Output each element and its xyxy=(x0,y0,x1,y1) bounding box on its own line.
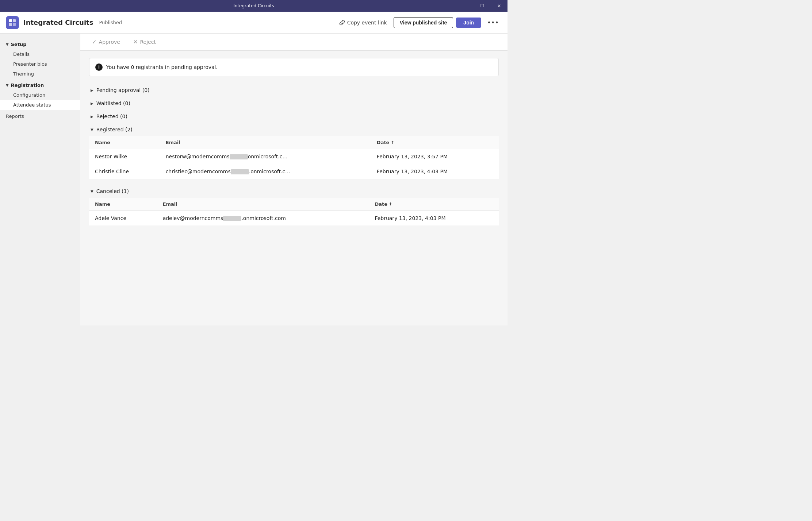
maximize-button[interactable]: ☐ xyxy=(474,0,491,12)
email-blur-2 xyxy=(231,169,249,174)
canceled-section: ▼ Canceled (1) Name Email Date ↑ xyxy=(89,185,499,225)
rejected-chevron-icon: ▶ xyxy=(91,115,93,119)
canceled-table-header-row: Name Email Date ↑ xyxy=(89,198,499,211)
sidebar-item-reports[interactable]: Reports xyxy=(0,111,80,121)
registered-label: Registered (2) xyxy=(96,127,133,132)
rejected-section-header[interactable]: ▶ Rejected (0) xyxy=(89,110,499,123)
link-icon xyxy=(339,20,345,26)
sidebar-registration-label: Registration xyxy=(11,82,44,88)
configuration-label: Configuration xyxy=(13,92,45,98)
pending-section: ▶ Pending approval (0) xyxy=(89,84,499,97)
reject-label: Reject xyxy=(140,39,156,45)
registered-chevron-icon: ▼ xyxy=(91,128,93,132)
rejected-section: ▶ Rejected (0) xyxy=(89,110,499,123)
sidebar-item-presenter-bios[interactable]: Presenter bios xyxy=(0,59,80,69)
table-row: Christie Cline christiec@moderncomms.onm… xyxy=(89,164,499,179)
canceled-label: Canceled (1) xyxy=(96,188,129,194)
waitlisted-label: Waitlisted (0) xyxy=(96,100,130,106)
copy-link-button[interactable]: Copy event link xyxy=(336,18,391,28)
canceled-1-date: February 13, 2023, 4:03 PM xyxy=(369,211,499,226)
registered-table: Name Email Date ↑ Nestor xyxy=(89,136,499,179)
waitlisted-chevron-icon: ▶ xyxy=(91,101,93,105)
canceled-col-email: Email xyxy=(157,198,369,211)
sidebar-registration-section: ▼ Registration Configuration Attendee st… xyxy=(0,80,80,110)
email-blur-1 xyxy=(230,154,248,159)
registrant-2-name: Christie Cline xyxy=(89,164,160,179)
details-label: Details xyxy=(13,51,30,57)
sidebar-item-theming[interactable]: Theming xyxy=(0,69,80,79)
content-area: ✓ Approve ✕ Reject i You have 0 registra… xyxy=(80,34,508,325)
reports-label: Reports xyxy=(6,113,24,119)
canceled-section-header[interactable]: ▼ Canceled (1) xyxy=(89,185,499,198)
registered-col-date: Date ↑ xyxy=(371,136,499,149)
sidebar-item-attendee-status[interactable]: Attendee status xyxy=(0,100,80,110)
registered-section: ▼ Registered (2) Name Email Date ↑ xyxy=(89,123,499,179)
header-actions: Copy event link View published site Join… xyxy=(336,16,502,28)
sidebar-item-details[interactable]: Details xyxy=(0,49,80,59)
table-row: Nestor Wilke nestorw@moderncommsonmicros… xyxy=(89,149,499,164)
view-site-button[interactable]: View published site xyxy=(394,17,453,28)
approve-icon: ✓ xyxy=(92,39,97,45)
sidebar-setup-label: Setup xyxy=(11,42,27,47)
rejected-label: Rejected (0) xyxy=(96,113,127,119)
registration-chevron-icon: ▼ xyxy=(6,83,9,87)
canceled-col-name: Name xyxy=(89,198,157,211)
more-options-button[interactable]: ••• xyxy=(484,16,502,28)
table-row: Adele Vance adelev@moderncomms.onmicroso… xyxy=(89,211,499,226)
title-bar: Integrated Circuits — ☐ ✕ xyxy=(0,0,508,12)
registrant-1-name: Nestor Wilke xyxy=(89,149,160,164)
registrant-2-date: February 13, 2023, 4:03 PM xyxy=(371,164,499,179)
main-layout: ▼ Setup Details Presenter bios Theming ▼… xyxy=(0,34,508,325)
theming-label: Theming xyxy=(13,71,34,77)
svg-rect-0 xyxy=(9,19,12,22)
registrant-1-date: February 13, 2023, 3:57 PM xyxy=(371,149,499,164)
email-blur-3 xyxy=(223,216,241,221)
pending-section-header[interactable]: ▶ Pending approval (0) xyxy=(89,84,499,97)
date-sort-icon[interactable]: ↑ xyxy=(391,140,394,145)
canceled-date-sort-icon[interactable]: ↑ xyxy=(389,202,392,207)
canceled-1-email: adelev@moderncomms.onmicrosoft.com xyxy=(157,211,369,226)
svg-rect-2 xyxy=(9,23,12,26)
presenter-bios-label: Presenter bios xyxy=(13,61,47,67)
published-status: Published xyxy=(99,20,122,25)
approve-label: Approve xyxy=(99,39,120,45)
canceled-table: Name Email Date ↑ Adele xyxy=(89,198,499,225)
pending-label: Pending approval (0) xyxy=(96,87,150,93)
registered-col-name: Name xyxy=(89,136,160,149)
attendee-status-label: Attendee status xyxy=(13,102,51,108)
registered-table-header-row: Name Email Date ↑ xyxy=(89,136,499,149)
window-title: Integrated Circuits xyxy=(233,3,274,8)
pending-chevron-icon: ▶ xyxy=(91,88,93,92)
canceled-chevron-icon: ▼ xyxy=(91,189,93,193)
svg-rect-1 xyxy=(13,19,16,22)
reject-button[interactable]: ✕ Reject xyxy=(130,37,159,47)
registrant-1-email: nestorw@moderncommsonmicrosoft.c… xyxy=(160,149,371,164)
sidebar: ▼ Setup Details Presenter bios Theming ▼… xyxy=(0,34,80,325)
app-header: Integrated Circuits Published Copy event… xyxy=(0,12,508,34)
registered-col-email: Email xyxy=(160,136,371,149)
canceled-col-date: Date ↑ xyxy=(369,198,499,211)
close-button[interactable]: ✕ xyxy=(491,0,508,12)
canceled-1-name: Adele Vance xyxy=(89,211,157,226)
sidebar-item-configuration[interactable]: Configuration xyxy=(0,90,80,100)
info-message: You have 0 registrants in pending approv… xyxy=(106,64,218,70)
waitlisted-section-header[interactable]: ▶ Waitlisted (0) xyxy=(89,97,499,110)
sidebar-registration-header[interactable]: ▼ Registration xyxy=(0,80,80,90)
setup-chevron-icon: ▼ xyxy=(6,42,9,46)
sidebar-setup-header[interactable]: ▼ Setup xyxy=(0,39,80,49)
approve-button[interactable]: ✓ Approve xyxy=(89,37,123,47)
sidebar-setup-section: ▼ Setup Details Presenter bios Theming xyxy=(0,39,80,79)
registrant-2-email: christiec@moderncomms.onmicrosoft.c… xyxy=(160,164,371,179)
info-icon: i xyxy=(95,63,103,71)
minimize-button[interactable]: — xyxy=(457,0,474,12)
reject-icon: ✕ xyxy=(133,39,138,45)
window-controls: — ☐ ✕ xyxy=(457,0,508,12)
svg-rect-3 xyxy=(13,23,16,26)
app-title: Integrated Circuits xyxy=(23,19,93,26)
join-button[interactable]: Join xyxy=(456,18,481,28)
waitlisted-section: ▶ Waitlisted (0) xyxy=(89,97,499,110)
content-body: i You have 0 registrants in pending appr… xyxy=(80,51,508,233)
registered-section-header[interactable]: ▼ Registered (2) xyxy=(89,123,499,136)
content-toolbar: ✓ Approve ✕ Reject xyxy=(80,34,508,51)
app-icon xyxy=(6,16,19,29)
